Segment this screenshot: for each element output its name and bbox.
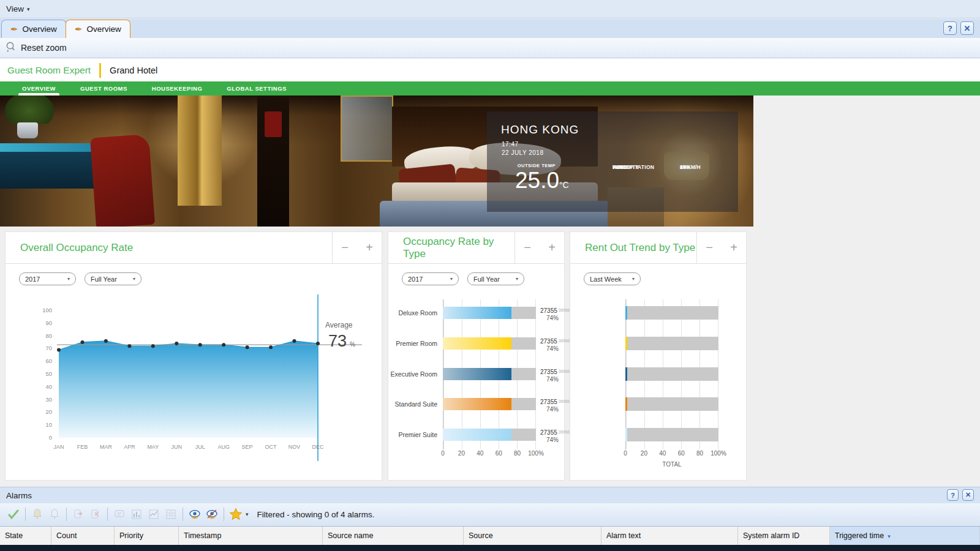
svg-text:73: 73 [328, 332, 347, 350]
dropdown-value: 2017 [408, 276, 423, 283]
svg-text:SEP: SEP [242, 444, 253, 450]
bar-track-fill [627, 428, 718, 441]
expand-button[interactable]: + [722, 241, 746, 255]
dropdown-value: 2017 [25, 276, 40, 283]
panel-title: Overall Occupancy Rate [20, 242, 133, 254]
alarm-bell-icon[interactable] [31, 508, 44, 521]
column-header-priority[interactable]: Priority [115, 527, 179, 545]
filters: 2017 ▾ Full Year ▾ [6, 264, 382, 285]
column-header-state[interactable]: State [0, 527, 51, 545]
bar-value-label: 273553696674% [540, 429, 570, 443]
x-tick: 80 [514, 450, 521, 457]
reset-zoom-icon[interactable] [5, 41, 17, 54]
metric-label: WIND [612, 164, 680, 170]
hero-plant-pot [17, 122, 38, 138]
temp-unit: °C [559, 180, 569, 190]
alarms-window-controls: ? ✕ [947, 489, 974, 501]
column-header-timestamp[interactable]: Timestamp [179, 527, 323, 545]
weather-overlay: HONG KONG 17:47 22 JULY 2018 OUTSIDE TEM… [487, 111, 738, 212]
dropdown-value: Full Year [473, 276, 500, 283]
column-header-source[interactable]: Source [464, 527, 601, 545]
year-dropdown[interactable]: 2017 ▾ [402, 272, 459, 285]
favorites-star-icon[interactable] [229, 508, 243, 521]
site-name: Grand Hotel [110, 66, 157, 75]
collapse-button[interactable]: − [515, 241, 540, 255]
help-button[interactable]: ? [943, 21, 957, 35]
column-header-triggered-time[interactable]: Triggered time▾ [830, 527, 980, 545]
panel-title: Occupancy Rate by Type [403, 236, 514, 260]
bar-value-fill [443, 398, 511, 410]
expand-button[interactable]: + [357, 241, 382, 255]
panel-occupancy-by-type: Occupancy Rate by Type − + 2017 ▾ Full Y… [388, 231, 565, 481]
alarm-filter-status: Filtered - showing 0 of 4 alarms. [257, 510, 375, 519]
panel-title: Rent Out Trend by Type [585, 242, 695, 254]
panel-header: Rent Out Trend by Type − + [570, 232, 746, 264]
collapse-button[interactable]: − [333, 241, 357, 255]
bar-track [625, 306, 718, 320]
caret-down-icon: ▾ [27, 6, 30, 12]
menu-bar: View ▾ [0, 0, 980, 18]
bar-total: 36966 [559, 430, 570, 434]
alarm-bell-outline-icon[interactable] [48, 508, 61, 521]
toolbar-separator [66, 508, 67, 521]
close-button[interactable]: ✕ [962, 489, 974, 501]
bar-category-label: Premier Suite [388, 431, 437, 438]
bar-track [625, 397, 718, 411]
bar-total: 36966 [559, 339, 570, 343]
x-tick: 20 [641, 450, 647, 457]
nav-item-housekeeping[interactable]: HOUSEKEEPING [140, 81, 215, 96]
acknowledge-check-icon[interactable] [7, 508, 20, 521]
bar-value-fill [443, 429, 511, 441]
svg-text:FEB: FEB [77, 444, 88, 450]
period-dropdown[interactable]: Last Week ▾ [584, 272, 641, 285]
occupancy-type-chart: Deluxe Room273553696674%Premier Room2735… [388, 293, 564, 477]
bar-value-fill [443, 368, 511, 380]
close-button[interactable]: ✕ [960, 21, 974, 35]
x-tick: 100% [710, 450, 726, 457]
forward-page-2-icon[interactable] [89, 508, 102, 521]
view-menu[interactable]: View ▾ [6, 4, 30, 13]
expand-button[interactable]: + [540, 241, 564, 255]
bar-track [625, 337, 718, 350]
bar-category-label: Executive Room [388, 370, 437, 378]
comment-note-icon[interactable] [113, 508, 126, 521]
period-dropdown[interactable]: Full Year ▾ [467, 272, 524, 285]
svg-text:0: 0 [49, 434, 52, 441]
column-header-alarm-text[interactable]: Alarm text [601, 527, 738, 545]
help-button[interactable]: ? [947, 489, 959, 501]
x-tick: 20 [458, 450, 465, 457]
report-columns-icon[interactable] [147, 508, 160, 521]
svg-text:MAR: MAR [100, 444, 113, 450]
period-dropdown[interactable]: Full Year ▾ [85, 272, 141, 285]
nav-item-global-settings[interactable]: GLOBAL SETTINGS [214, 81, 299, 96]
tab-overview-1[interactable]: ✒ Overview [1, 20, 66, 38]
alarm-table-header: StateCountPriorityTimestampSource nameSo… [0, 526, 980, 545]
svg-text:30: 30 [45, 396, 52, 403]
report-matrix-icon[interactable] [164, 508, 178, 521]
dropdown-value: Last Week [590, 276, 622, 283]
column-header-count[interactable]: Count [51, 527, 115, 545]
report-bars-icon[interactable] [130, 508, 143, 521]
caret-down-icon[interactable]: ▾ [246, 511, 249, 517]
x-tick: 0 [441, 450, 445, 457]
year-dropdown[interactable]: 2017 ▾ [19, 272, 76, 285]
weather-city: HONG KONG [501, 123, 579, 137]
collapse-button[interactable]: − [697, 241, 722, 255]
svg-text:APR: APR [124, 444, 135, 450]
bar-count: 27355 [540, 429, 557, 436]
view-eye-icon[interactable] [188, 508, 202, 521]
caret-down-icon: ▾ [516, 276, 518, 282]
column-header-system-alarm-id[interactable]: System alarm ID [738, 527, 830, 545]
tab-overview-2[interactable]: ✒ Overview [66, 20, 130, 38]
view-eye-2-icon[interactable] [205, 508, 219, 521]
bar-value-label: 273553696674% [540, 369, 570, 383]
nav-item-overview[interactable]: OVERVIEW [10, 81, 68, 96]
bottom-strip [0, 545, 980, 551]
bar-value-label: 273553696674% [540, 338, 570, 352]
nav-item-guest-rooms[interactable]: GUEST ROOMS [68, 81, 140, 96]
column-header-source-name[interactable]: Source name [323, 527, 464, 545]
forward-page-icon[interactable] [72, 508, 85, 521]
window-controls: ? ✕ [943, 21, 974, 35]
reset-zoom-label[interactable]: Reset zoom [21, 43, 67, 53]
bar-total: 36966 [559, 369, 570, 373]
